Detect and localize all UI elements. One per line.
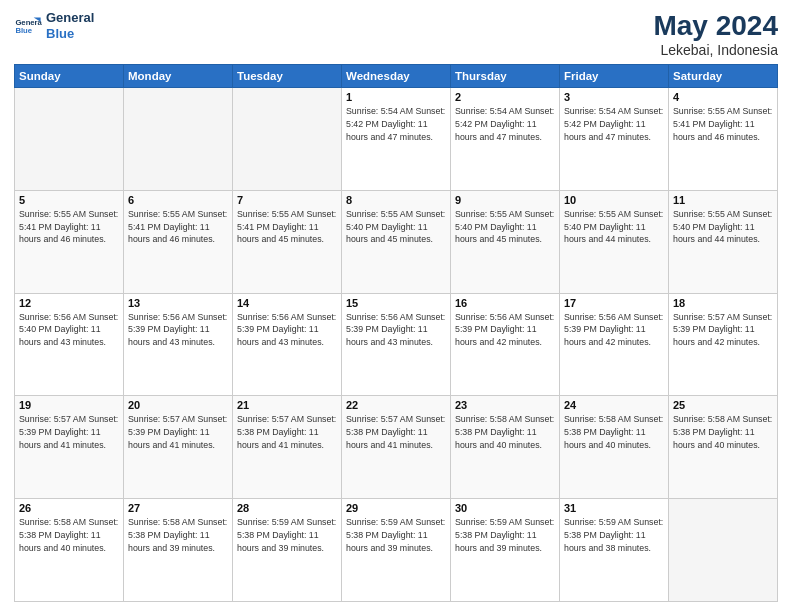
col-header-tuesday: Tuesday: [233, 65, 342, 88]
logo-icon: General Blue: [14, 12, 42, 40]
day-info: Sunrise: 5:56 AM Sunset: 5:39 PM Dayligh…: [237, 311, 337, 349]
day-info: Sunrise: 5:59 AM Sunset: 5:38 PM Dayligh…: [237, 516, 337, 554]
col-header-thursday: Thursday: [451, 65, 560, 88]
day-cell: 2Sunrise: 5:54 AM Sunset: 5:42 PM Daylig…: [451, 88, 560, 191]
day-number: 30: [455, 502, 555, 514]
day-number: 24: [564, 399, 664, 411]
day-number: 11: [673, 194, 773, 206]
day-number: 15: [346, 297, 446, 309]
week-row-4: 19Sunrise: 5:57 AM Sunset: 5:39 PM Dayli…: [15, 396, 778, 499]
day-cell: 4Sunrise: 5:55 AM Sunset: 5:41 PM Daylig…: [669, 88, 778, 191]
logo-line1: General: [46, 10, 94, 25]
day-number: 14: [237, 297, 337, 309]
day-number: 8: [346, 194, 446, 206]
day-number: 5: [19, 194, 119, 206]
day-cell: 20Sunrise: 5:57 AM Sunset: 5:39 PM Dayli…: [124, 396, 233, 499]
day-cell: 1Sunrise: 5:54 AM Sunset: 5:42 PM Daylig…: [342, 88, 451, 191]
day-info: Sunrise: 5:56 AM Sunset: 5:39 PM Dayligh…: [128, 311, 228, 349]
day-info: Sunrise: 5:55 AM Sunset: 5:40 PM Dayligh…: [455, 208, 555, 246]
day-cell: 11Sunrise: 5:55 AM Sunset: 5:40 PM Dayli…: [669, 190, 778, 293]
day-number: 21: [237, 399, 337, 411]
header: General Blue General Blue May 2024 Lekeb…: [14, 10, 778, 58]
main-title: May 2024: [653, 10, 778, 42]
day-cell: 21Sunrise: 5:57 AM Sunset: 5:38 PM Dayli…: [233, 396, 342, 499]
week-row-3: 12Sunrise: 5:56 AM Sunset: 5:40 PM Dayli…: [15, 293, 778, 396]
col-header-wednesday: Wednesday: [342, 65, 451, 88]
day-cell: 9Sunrise: 5:55 AM Sunset: 5:40 PM Daylig…: [451, 190, 560, 293]
day-cell: 8Sunrise: 5:55 AM Sunset: 5:40 PM Daylig…: [342, 190, 451, 293]
page: General Blue General Blue May 2024 Lekeb…: [0, 0, 792, 612]
day-info: Sunrise: 5:55 AM Sunset: 5:40 PM Dayligh…: [564, 208, 664, 246]
day-number: 22: [346, 399, 446, 411]
day-info: Sunrise: 5:56 AM Sunset: 5:40 PM Dayligh…: [19, 311, 119, 349]
day-cell: 15Sunrise: 5:56 AM Sunset: 5:39 PM Dayli…: [342, 293, 451, 396]
day-number: 1: [346, 91, 446, 103]
week-row-1: 1Sunrise: 5:54 AM Sunset: 5:42 PM Daylig…: [15, 88, 778, 191]
day-cell: [124, 88, 233, 191]
logo-line2: Blue: [46, 26, 74, 41]
day-cell: 5Sunrise: 5:55 AM Sunset: 5:41 PM Daylig…: [15, 190, 124, 293]
day-cell: 30Sunrise: 5:59 AM Sunset: 5:38 PM Dayli…: [451, 499, 560, 602]
day-info: Sunrise: 5:58 AM Sunset: 5:38 PM Dayligh…: [673, 413, 773, 451]
day-info: Sunrise: 5:55 AM Sunset: 5:41 PM Dayligh…: [673, 105, 773, 143]
day-info: Sunrise: 5:54 AM Sunset: 5:42 PM Dayligh…: [455, 105, 555, 143]
day-cell: 31Sunrise: 5:59 AM Sunset: 5:38 PM Dayli…: [560, 499, 669, 602]
day-number: 13: [128, 297, 228, 309]
day-info: Sunrise: 5:59 AM Sunset: 5:38 PM Dayligh…: [346, 516, 446, 554]
day-number: 25: [673, 399, 773, 411]
day-info: Sunrise: 5:57 AM Sunset: 5:39 PM Dayligh…: [128, 413, 228, 451]
day-info: Sunrise: 5:58 AM Sunset: 5:38 PM Dayligh…: [564, 413, 664, 451]
day-cell: 13Sunrise: 5:56 AM Sunset: 5:39 PM Dayli…: [124, 293, 233, 396]
day-number: 26: [19, 502, 119, 514]
day-info: Sunrise: 5:55 AM Sunset: 5:40 PM Dayligh…: [673, 208, 773, 246]
day-info: Sunrise: 5:55 AM Sunset: 5:41 PM Dayligh…: [19, 208, 119, 246]
day-info: Sunrise: 5:57 AM Sunset: 5:39 PM Dayligh…: [673, 311, 773, 349]
day-number: 16: [455, 297, 555, 309]
day-cell: 22Sunrise: 5:57 AM Sunset: 5:38 PM Dayli…: [342, 396, 451, 499]
day-info: Sunrise: 5:55 AM Sunset: 5:40 PM Dayligh…: [346, 208, 446, 246]
day-info: Sunrise: 5:59 AM Sunset: 5:38 PM Dayligh…: [564, 516, 664, 554]
day-cell: 29Sunrise: 5:59 AM Sunset: 5:38 PM Dayli…: [342, 499, 451, 602]
day-cell: 25Sunrise: 5:58 AM Sunset: 5:38 PM Dayli…: [669, 396, 778, 499]
day-info: Sunrise: 5:57 AM Sunset: 5:38 PM Dayligh…: [237, 413, 337, 451]
day-cell: 26Sunrise: 5:58 AM Sunset: 5:38 PM Dayli…: [15, 499, 124, 602]
logo-text: General Blue: [46, 10, 94, 41]
day-cell: 14Sunrise: 5:56 AM Sunset: 5:39 PM Dayli…: [233, 293, 342, 396]
day-number: 27: [128, 502, 228, 514]
day-number: 19: [19, 399, 119, 411]
day-number: 17: [564, 297, 664, 309]
day-number: 3: [564, 91, 664, 103]
day-info: Sunrise: 5:59 AM Sunset: 5:38 PM Dayligh…: [455, 516, 555, 554]
day-number: 4: [673, 91, 773, 103]
calendar-header-row: SundayMondayTuesdayWednesdayThursdayFrid…: [15, 65, 778, 88]
logo: General Blue General Blue: [14, 10, 94, 41]
day-info: Sunrise: 5:56 AM Sunset: 5:39 PM Dayligh…: [455, 311, 555, 349]
day-number: 9: [455, 194, 555, 206]
day-cell: 19Sunrise: 5:57 AM Sunset: 5:39 PM Dayli…: [15, 396, 124, 499]
day-number: 6: [128, 194, 228, 206]
day-number: 23: [455, 399, 555, 411]
day-info: Sunrise: 5:55 AM Sunset: 5:41 PM Dayligh…: [128, 208, 228, 246]
svg-text:Blue: Blue: [15, 26, 32, 35]
col-header-monday: Monday: [124, 65, 233, 88]
week-row-2: 5Sunrise: 5:55 AM Sunset: 5:41 PM Daylig…: [15, 190, 778, 293]
day-cell: [233, 88, 342, 191]
day-cell: 12Sunrise: 5:56 AM Sunset: 5:40 PM Dayli…: [15, 293, 124, 396]
day-number: 29: [346, 502, 446, 514]
day-number: 10: [564, 194, 664, 206]
day-info: Sunrise: 5:56 AM Sunset: 5:39 PM Dayligh…: [564, 311, 664, 349]
day-cell: [15, 88, 124, 191]
day-number: 7: [237, 194, 337, 206]
day-info: Sunrise: 5:58 AM Sunset: 5:38 PM Dayligh…: [128, 516, 228, 554]
day-cell: 17Sunrise: 5:56 AM Sunset: 5:39 PM Dayli…: [560, 293, 669, 396]
day-number: 28: [237, 502, 337, 514]
day-info: Sunrise: 5:54 AM Sunset: 5:42 PM Dayligh…: [346, 105, 446, 143]
day-number: 18: [673, 297, 773, 309]
day-number: 31: [564, 502, 664, 514]
day-number: 20: [128, 399, 228, 411]
day-cell: 3Sunrise: 5:54 AM Sunset: 5:42 PM Daylig…: [560, 88, 669, 191]
day-cell: 28Sunrise: 5:59 AM Sunset: 5:38 PM Dayli…: [233, 499, 342, 602]
day-cell: 16Sunrise: 5:56 AM Sunset: 5:39 PM Dayli…: [451, 293, 560, 396]
title-block: May 2024 Lekebai, Indonesia: [653, 10, 778, 58]
day-number: 12: [19, 297, 119, 309]
